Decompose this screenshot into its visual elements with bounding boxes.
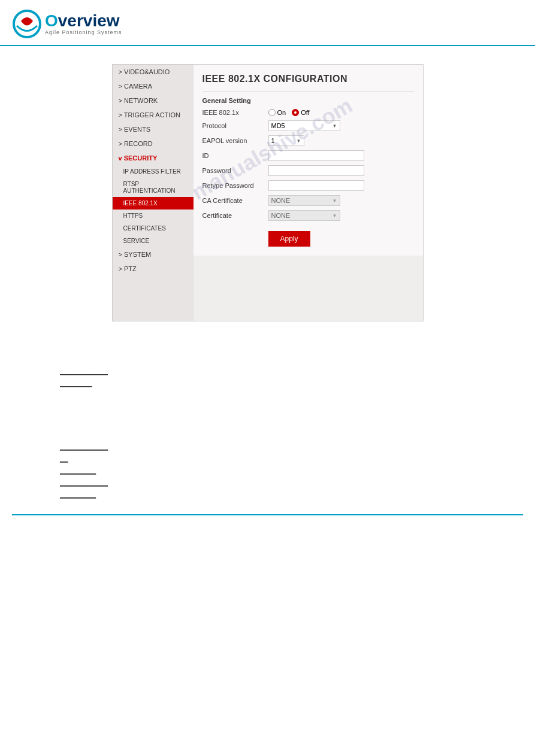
sidebar-item-trigger-action[interactable]: > TRIGGER ACTION <box>113 108 194 122</box>
ieee-802-1x-control: On Off <box>268 109 414 116</box>
ieee-802-1x-on-radio[interactable] <box>268 109 276 116</box>
protocol-select[interactable]: MD5 ▼ <box>268 120 340 131</box>
ca-certificate-control: NONE ▼ <box>268 195 414 206</box>
sidebar-item-events[interactable]: > EVENTS <box>113 122 194 136</box>
sidebar-item-network[interactable]: > NETWORK <box>113 93 194 108</box>
password-control <box>268 165 414 176</box>
sidebar-subitem-ieee-802-1x[interactable]: IEEE 802.1X <box>113 197 194 210</box>
protocol-control: MD5 ▼ <box>268 120 414 131</box>
logo-name: Overview <box>45 13 122 29</box>
ui-panel: > VIDEO&AUDIO > CAMERA > NETWORK > TRIGG… <box>112 64 424 321</box>
bottom-link-7[interactable]: _________ <box>60 490 475 499</box>
eapol-version-value: 1 <box>271 137 275 144</box>
id-row: ID <box>202 150 414 161</box>
sidebar-subitem-https[interactable]: HTTPS <box>113 210 194 222</box>
retype-password-label: Retype Password <box>202 182 268 189</box>
ieee-802-1x-off-label: Off <box>301 109 309 116</box>
ieee-802-1x-on-label: On <box>277 109 286 116</box>
sidebar-item-system[interactable]: > SYSTEM <box>113 247 194 262</box>
footer-divider <box>12 514 523 515</box>
certificate-label: Certificate <box>202 212 268 219</box>
logo-text: Overview Agile Positioning Systems <box>45 13 122 35</box>
ieee-802-1x-off-option[interactable]: Off <box>292 109 309 116</box>
protocol-value: MD5 <box>271 122 285 129</box>
id-label: ID <box>202 152 268 159</box>
logo-tagline: Agile Positioning Systems <box>45 29 122 35</box>
certificate-row: Certificate NONE ▼ <box>202 210 414 221</box>
certificate-arrow-icon: ▼ <box>333 213 337 218</box>
section-divider <box>202 92 414 92</box>
bottom-link-6[interactable]: ____________ <box>60 478 475 487</box>
ieee-802-1x-off-radio[interactable] <box>292 109 299 116</box>
sidebar-item-security[interactable]: v SECURITY <box>113 151 194 165</box>
bottom-link-2[interactable]: ________ <box>60 379 475 387</box>
ca-certificate-arrow-icon: ▼ <box>333 198 337 204</box>
logo-verview: verview <box>58 11 120 30</box>
sidebar-item-ptz[interactable]: > PTZ <box>113 262 194 276</box>
sidebar-subitem-ip-address-filter[interactable]: IP ADDRESS FILTER <box>113 165 194 178</box>
apply-button[interactable]: Apply <box>268 231 310 247</box>
id-input[interactable] <box>268 150 364 161</box>
ca-certificate-value: NONE <box>271 197 291 204</box>
ca-certificate-select[interactable]: NONE ▼ <box>268 195 340 206</box>
bottom-link-5[interactable]: _________ <box>60 466 475 475</box>
config-panel-wrapper: manualshive.com IEEE 802.1X CONFIGURATIO… <box>194 65 423 321</box>
config-panel: IEEE 802.1X CONFIGURATION General Settin… <box>194 65 423 256</box>
certificate-control: NONE ▼ <box>268 210 414 221</box>
ca-certificate-label: CA Certificate <box>202 197 268 204</box>
sidebar-subitem-certificates[interactable]: CERTIFICATES <box>113 222 194 235</box>
general-setting-label: General Setting <box>202 97 414 104</box>
certificate-value: NONE <box>271 212 291 219</box>
sidebar: > VIDEO&AUDIO > CAMERA > NETWORK > TRIGG… <box>113 65 194 321</box>
eapol-version-arrow-icon: ▼ <box>297 138 301 144</box>
sidebar-subitem-rtsp-authentication[interactable]: RTSP AUTHENTICATION <box>113 178 194 197</box>
password-label: Password <box>202 167 268 174</box>
header: Overview Agile Positioning Systems <box>0 0 535 46</box>
sidebar-item-video-audio[interactable]: > VIDEO&AUDIO <box>113 65 194 79</box>
bottom-link-3[interactable]: ____________ <box>60 442 475 451</box>
certificate-select[interactable]: NONE ▼ <box>268 210 340 221</box>
bottom-content: ____________ ________ ____________ __ __… <box>0 339 535 514</box>
bottom-link-1[interactable]: ____________ <box>60 367 475 375</box>
apply-button-row: Apply <box>202 225 414 247</box>
sidebar-subitem-service[interactable]: SERVICE <box>113 235 194 247</box>
retype-password-input[interactable] <box>268 180 364 191</box>
sidebar-item-camera[interactable]: > CAMERA <box>113 79 194 93</box>
ieee-802-1x-label: IEEE 802.1x <box>202 109 268 116</box>
eapol-version-control: 1 ▼ <box>268 135 414 146</box>
ieee-802-1x-row: IEEE 802.1x On Off <box>202 109 414 116</box>
protocol-label: Protocol <box>202 122 268 129</box>
bottom-link-4[interactable]: __ <box>60 454 475 463</box>
ca-certificate-row: CA Certificate NONE ▼ <box>202 195 414 206</box>
eapol-version-row: EAPOL version 1 ▼ <box>202 135 414 146</box>
config-title: IEEE 802.1X CONFIGURATION <box>202 74 414 84</box>
ieee-802-1x-on-option[interactable]: On <box>268 109 286 116</box>
logo-prefix: O <box>45 11 58 30</box>
password-row: Password <box>202 165 414 176</box>
retype-password-row: Retype Password <box>202 180 414 191</box>
logo-icon <box>12 9 42 39</box>
main-content: > VIDEO&AUDIO > CAMERA > NETWORK > TRIGG… <box>0 46 535 339</box>
id-control <box>268 150 414 161</box>
eapol-version-select[interactable]: 1 ▼ <box>268 135 304 146</box>
protocol-arrow-icon: ▼ <box>333 123 337 129</box>
protocol-row: Protocol MD5 ▼ <box>202 120 414 131</box>
password-input[interactable] <box>268 165 364 176</box>
retype-password-control <box>268 180 414 191</box>
eapol-version-label: EAPOL version <box>202 137 268 144</box>
logo: Overview Agile Positioning Systems <box>12 9 523 39</box>
sidebar-item-record[interactable]: > RECORD <box>113 136 194 151</box>
